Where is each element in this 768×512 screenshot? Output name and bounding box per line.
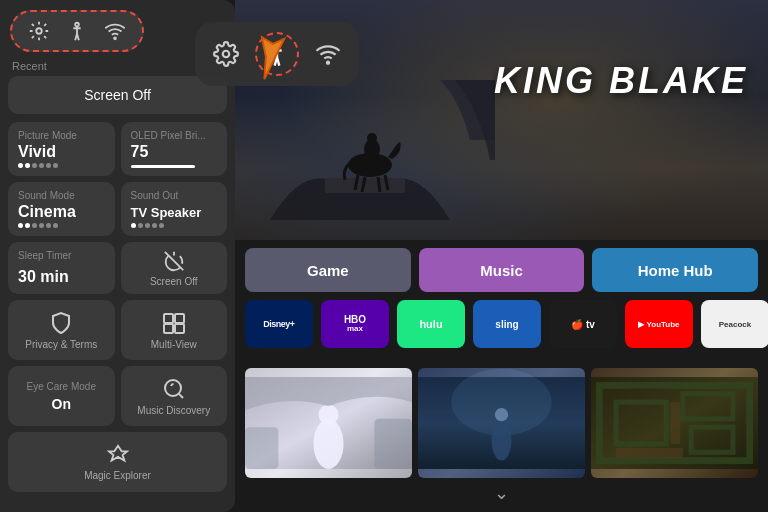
scroll-indicator[interactable]: ⌄ <box>494 482 509 504</box>
app-sling[interactable]: sling <box>473 300 541 348</box>
svg-point-27 <box>36 28 42 34</box>
category-tabs: Game Music Home Hub <box>235 248 768 292</box>
thumbnail-2[interactable] <box>418 368 585 478</box>
wifi-icon-small[interactable] <box>102 18 128 44</box>
hero-title: KING BLAKE <box>494 60 748 102</box>
svg-point-40 <box>327 62 329 64</box>
category-game[interactable]: Game <box>245 248 411 292</box>
app-peacock[interactable]: Peacock <box>701 300 768 348</box>
bottom-menu: Privacy & Terms Multi-View Eye Care Mode… <box>8 300 227 492</box>
settings-icon[interactable] <box>26 18 52 44</box>
category-music[interactable]: Music <box>419 248 585 292</box>
svg-point-38 <box>223 51 230 58</box>
svg-rect-35 <box>175 324 184 333</box>
svg-point-28 <box>75 23 79 27</box>
magic-explorer-item[interactable]: Magic Explorer <box>8 432 227 492</box>
quick-settings-grid: Picture Mode Vivid OLED Pixel Bri... 75 … <box>8 122 227 294</box>
wifi-icon-main[interactable] <box>313 39 343 69</box>
svg-point-29 <box>114 37 116 39</box>
accessibility-icon-small[interactable] <box>64 18 90 44</box>
svg-point-10 <box>313 419 343 469</box>
oled-brightness-item[interactable]: OLED Pixel Bri... 75 <box>121 122 228 176</box>
top-icons-bar <box>10 10 144 52</box>
sleep-timer-item[interactable]: Sleep Timer 30 min <box>8 242 115 294</box>
app-hulu[interactable]: hulu <box>397 300 465 348</box>
sound-out-dots <box>131 223 218 228</box>
svg-marker-41 <box>246 28 297 79</box>
svg-point-11 <box>318 405 338 425</box>
thumbnails-row <box>235 368 768 478</box>
sound-mode-dots <box>18 223 105 228</box>
music-discovery-item[interactable]: Music Discovery <box>121 366 228 426</box>
picture-mode-dots <box>18 163 105 168</box>
app-hbomax[interactable]: HBO max <box>321 300 389 348</box>
thumbnail-1[interactable] <box>245 368 412 478</box>
svg-rect-12 <box>245 427 278 469</box>
app-appletv[interactable]: 🍎 tv <box>549 300 617 348</box>
brightness-slider <box>131 165 196 168</box>
sound-out-item[interactable]: Sound Out TV Speaker <box>121 182 228 236</box>
svg-point-8 <box>367 133 377 143</box>
svg-rect-34 <box>164 324 173 333</box>
screen-off-icon-button[interactable]: Screen Off <box>121 242 228 294</box>
svg-point-36 <box>165 380 181 396</box>
screen-off-button[interactable]: Screen Off <box>8 76 227 114</box>
svg-line-37 <box>178 393 182 397</box>
sound-mode-item[interactable]: Sound Mode Cinema <box>8 182 115 236</box>
svg-rect-25 <box>670 402 680 444</box>
picture-mode-item[interactable]: Picture Mode Vivid <box>8 122 115 176</box>
apps-row: Disney+ HBO max hulu sling 🍎 tv ▶ YouTub… <box>235 300 768 348</box>
eye-care-item[interactable]: Eye Care Mode On <box>8 366 115 426</box>
thumbnail-3[interactable] <box>591 368 758 478</box>
svg-rect-26 <box>616 448 683 458</box>
app-youtube[interactable]: ▶ YouTube <box>625 300 693 348</box>
svg-rect-18 <box>418 377 585 469</box>
category-homehub[interactable]: Home Hub <box>592 248 758 292</box>
svg-rect-13 <box>374 419 412 469</box>
svg-line-5 <box>378 177 380 192</box>
app-disney[interactable]: Disney+ <box>245 300 313 348</box>
privacy-terms-item[interactable]: Privacy & Terms <box>8 300 115 360</box>
multiview-item[interactable]: Multi-View <box>121 300 228 360</box>
svg-rect-32 <box>164 314 173 323</box>
svg-rect-33 <box>175 314 184 323</box>
